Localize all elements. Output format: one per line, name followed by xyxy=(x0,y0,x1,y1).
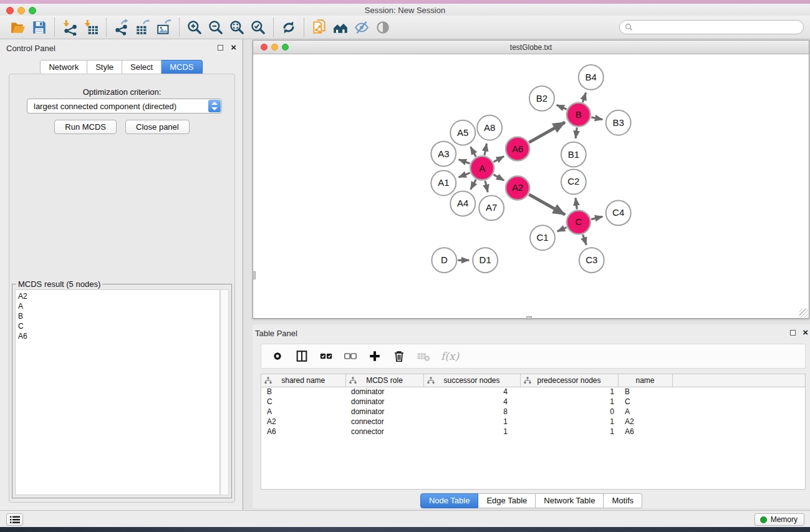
graph-edge-A2-C[interactable] xyxy=(529,195,565,215)
graph-node-label: A5 xyxy=(457,127,468,138)
create-column-icon[interactable] xyxy=(368,349,382,363)
graph-edge-A-A3[interactable] xyxy=(459,160,470,164)
control-panel-tabs: Network Style Select MCDS xyxy=(0,60,243,75)
mcds-result-group: MCDS result (5 nodes) A2ABCA6 xyxy=(12,284,232,498)
column-header-name[interactable]: name xyxy=(618,374,672,387)
show-all-icon[interactable] xyxy=(372,17,393,37)
table-options-icon[interactable] xyxy=(271,349,284,363)
float-panel-icon[interactable] xyxy=(218,45,223,51)
graph-node-label: B3 xyxy=(613,117,624,128)
graph-edge-B-B2[interactable] xyxy=(557,105,567,109)
delete-columns-icon[interactable] xyxy=(392,349,406,363)
graph-node-label: A4 xyxy=(457,198,468,208)
graph-edge-A-A8[interactable] xyxy=(485,143,486,155)
hide-selected-icon[interactable] xyxy=(351,17,372,37)
mcds-result-item[interactable]: A6 xyxy=(18,331,219,341)
toolbar-separator xyxy=(54,18,55,37)
column-header-predecessor-nodes[interactable]: predecessor nodes xyxy=(520,374,618,387)
mcds-list-scrollbar[interactable] xyxy=(220,289,229,495)
column-header-mcds-role[interactable]: MCDS role xyxy=(345,374,423,387)
column-header-successor-nodes[interactable]: successor nodes xyxy=(423,374,520,387)
tab-select[interactable]: Select xyxy=(122,60,162,75)
graph-edge-A-A7[interactable] xyxy=(485,181,488,192)
export-image-icon[interactable] xyxy=(153,17,175,37)
close-panel-icon[interactable]: × xyxy=(231,42,236,52)
memory-button[interactable]: Memory xyxy=(755,513,804,526)
graph-edge-C-C1[interactable] xyxy=(557,228,567,231)
zoom-selected-icon[interactable] xyxy=(248,17,269,37)
graph-edge-A6-B[interactable] xyxy=(529,122,565,142)
table-panel-title: Table Panel xyxy=(255,329,297,338)
open-file-icon[interactable] xyxy=(7,17,29,37)
import-table-icon[interactable] xyxy=(80,17,102,37)
graph-edge-B-B1[interactable] xyxy=(576,128,577,138)
network-canvas[interactable]: B4B2BB3A5A8A6B1A3AA1C2A2A4A7C4CC1C3DD1 xyxy=(253,54,809,318)
table-row[interactable]: A2connector11A2 xyxy=(261,417,805,427)
optimization-criterion-select[interactable]: largest connected component (directed) xyxy=(27,99,222,114)
mcds-result-item[interactable]: C xyxy=(18,321,219,331)
float-panel-icon[interactable] xyxy=(790,330,796,336)
mcds-result-item[interactable]: A xyxy=(18,301,219,311)
network-graph[interactable]: B4B2BB3A5A8A6B1A3AA1C2A2A4A7C4CC1C3DD1 xyxy=(253,54,809,318)
tab-mcds[interactable]: MCDS xyxy=(162,60,202,75)
graph-edge-B-B3[interactable] xyxy=(591,117,602,120)
select-all-columns-icon[interactable] xyxy=(319,349,333,363)
clone-network-icon[interactable] xyxy=(309,17,330,37)
zoom-in-icon[interactable] xyxy=(184,17,205,37)
first-neighbors-icon[interactable] xyxy=(330,17,351,37)
memory-status-icon xyxy=(760,516,767,523)
table-row[interactable]: A6connector11A6 xyxy=(261,427,805,437)
criterion-selected-value: largest connected component (directed) xyxy=(27,102,208,111)
show-column-icon[interactable] xyxy=(295,349,309,363)
import-network-icon[interactable] xyxy=(59,17,80,37)
graph-edge-A-A5[interactable] xyxy=(471,147,476,157)
window-edge-handle[interactable] xyxy=(526,316,532,319)
graph-edge-C-C4[interactable] xyxy=(591,216,602,219)
close-panel-icon[interactable]: × xyxy=(803,327,808,337)
save-session-icon[interactable] xyxy=(29,17,50,37)
graph-edge-B-B4[interactable] xyxy=(582,93,586,102)
close-panel-button[interactable]: Close panel xyxy=(125,120,190,134)
graph-edge-A-A4[interactable] xyxy=(471,180,476,190)
export-table-icon[interactable] xyxy=(132,17,153,37)
export-network-icon[interactable] xyxy=(111,17,132,37)
tab-edge-table[interactable]: Edge Table xyxy=(478,493,536,508)
tab-style[interactable]: Style xyxy=(87,60,122,75)
zoom-out-icon[interactable] xyxy=(205,17,226,37)
tab-node-table[interactable]: Node Table xyxy=(420,493,479,508)
task-history-button[interactable] xyxy=(6,513,23,526)
desktop-wallpaper-bottom xyxy=(0,527,810,532)
run-mcds-button[interactable]: Run MCDS xyxy=(54,120,117,134)
mcds-result-list[interactable]: A2ABCA6 xyxy=(15,289,220,495)
column-header-shared-name[interactable]: shared name xyxy=(261,374,345,387)
table-row[interactable]: Cdominator41C xyxy=(261,397,805,407)
graph-edge-A-A2[interactable] xyxy=(493,175,504,180)
tab-network-table[interactable]: Network Table xyxy=(536,493,604,508)
zoom-fit-icon[interactable] xyxy=(226,17,248,37)
tab-motifs[interactable]: Motifs xyxy=(604,493,642,508)
refresh-layout-icon[interactable] xyxy=(278,17,299,37)
network-window-titlebar[interactable]: testGlobe.txt xyxy=(253,41,809,54)
window-resize-grip[interactable] xyxy=(799,309,808,317)
graph-node-label: C3 xyxy=(586,254,597,265)
search-input[interactable] xyxy=(636,22,803,33)
window-edge-handle[interactable] xyxy=(253,271,256,279)
mcds-result-item[interactable]: A2 xyxy=(18,291,219,301)
apply-function-icon[interactable]: f(x) xyxy=(441,350,459,362)
table-row[interactable]: Adominator80A xyxy=(261,407,805,417)
graph-edge-C-C2[interactable] xyxy=(576,198,577,209)
memory-label: Memory xyxy=(771,515,798,524)
table-panel: Table Panel × f(x) xyxy=(253,324,810,508)
graph-edge-A-A1[interactable] xyxy=(459,173,470,177)
graph-edge-A-A6[interactable] xyxy=(494,157,504,162)
table-row[interactable]: Bdominator41B xyxy=(261,387,805,397)
optimization-criterion-label: Optimization criterion: xyxy=(9,87,234,97)
mcds-result-item[interactable]: B xyxy=(18,311,219,321)
graph-node-label: A7 xyxy=(486,202,497,213)
tab-network[interactable]: Network xyxy=(40,60,87,75)
toolbar-separator xyxy=(304,18,304,37)
main-toolbar xyxy=(0,16,810,39)
delete-table-icon[interactable] xyxy=(417,349,430,363)
unselect-all-columns-icon[interactable] xyxy=(344,349,357,363)
graph-edge-C-C3[interactable] xyxy=(583,235,587,245)
